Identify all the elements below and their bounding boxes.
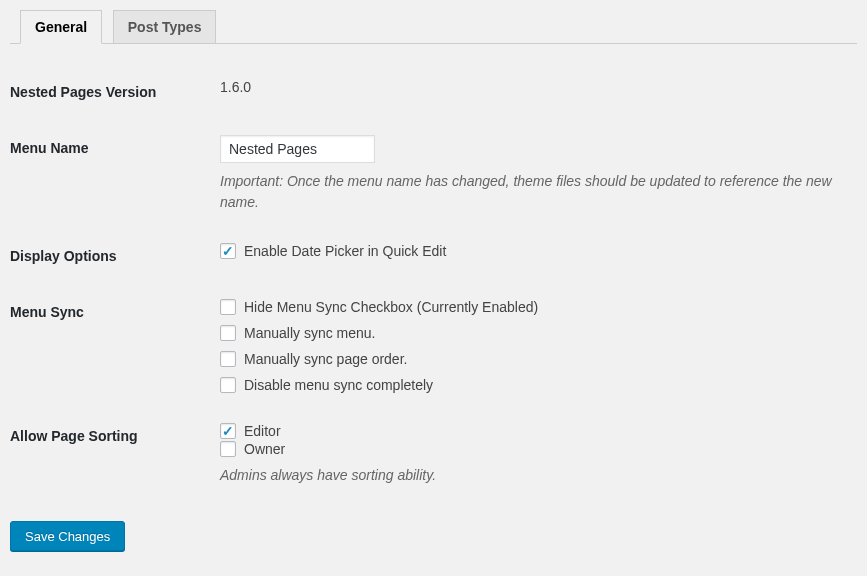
label-menu-sync: Menu Sync bbox=[10, 284, 210, 408]
label-display-options: Display Options bbox=[10, 228, 210, 284]
label-allow-sorting: Allow Page Sorting bbox=[10, 408, 210, 501]
allow-sorting-description: Admins always have sorting ability. bbox=[220, 465, 847, 486]
label-menu-name: Menu Name bbox=[10, 120, 210, 228]
save-button[interactable]: Save Changes bbox=[10, 521, 125, 551]
row-display-options: Display Options Enable Date Picker in Qu… bbox=[10, 228, 857, 284]
checkbox-hide-menu-sync[interactable] bbox=[220, 299, 236, 315]
label-version: Nested Pages Version bbox=[10, 64, 210, 120]
checkbox-role-owner[interactable] bbox=[220, 441, 236, 457]
label-hide-menu-sync: Hide Menu Sync Checkbox (Currently Enabl… bbox=[244, 299, 538, 315]
menu-name-description: Important: Once the menu name has change… bbox=[220, 171, 847, 213]
menu-name-input[interactable] bbox=[220, 135, 375, 163]
settings-form: Nested Pages Version 1.6.0 Menu Name Imp… bbox=[10, 64, 857, 501]
tab-bar: General Post Types bbox=[10, 0, 857, 44]
row-version: Nested Pages Version 1.6.0 bbox=[10, 64, 857, 120]
tab-general[interactable]: General bbox=[20, 10, 102, 44]
checkbox-enable-datepicker[interactable] bbox=[220, 243, 236, 259]
checkbox-manual-sync-menu[interactable] bbox=[220, 325, 236, 341]
label-manual-sync-menu: Manually sync menu. bbox=[244, 325, 376, 341]
label-enable-datepicker: Enable Date Picker in Quick Edit bbox=[244, 243, 446, 259]
tab-post-types[interactable]: Post Types bbox=[113, 10, 217, 43]
checkbox-role-editor[interactable] bbox=[220, 423, 236, 439]
label-manual-sync-page-order: Manually sync page order. bbox=[244, 351, 407, 367]
checkbox-disable-menu-sync[interactable] bbox=[220, 377, 236, 393]
row-menu-sync: Menu Sync Hide Menu Sync Checkbox (Curre… bbox=[10, 284, 857, 408]
value-version: 1.6.0 bbox=[220, 79, 251, 95]
row-allow-sorting: Allow Page Sorting Editor Owner Admins a… bbox=[10, 408, 857, 501]
label-disable-menu-sync: Disable menu sync completely bbox=[244, 377, 433, 393]
label-role-editor: Editor bbox=[244, 423, 281, 439]
checkbox-manual-sync-page-order[interactable] bbox=[220, 351, 236, 367]
row-menu-name: Menu Name Important: Once the menu name … bbox=[10, 120, 857, 228]
label-role-owner: Owner bbox=[244, 441, 285, 457]
